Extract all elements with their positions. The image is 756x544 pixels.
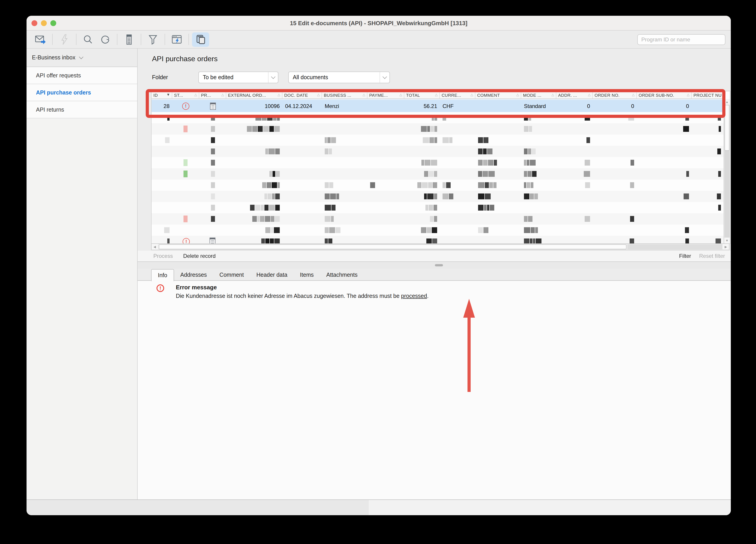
column-header-currency[interactable]: CURRE...△ [440,91,475,98]
redacted-block [183,159,188,166]
table-row-redacted[interactable] [152,224,724,236]
table-row-redacted[interactable] [152,168,724,179]
vertical-scrollbar[interactable]: ▲ ▼ [724,99,730,243]
horizontal-scrollbar[interactable]: ◀ ▶ [151,243,729,250]
column-header-doc_date[interactable]: DOC. DATE△ [282,91,322,98]
filter-button[interactable]: Filter [679,253,691,259]
table-row-redacted[interactable] [152,157,724,168]
table-row-redacted[interactable] [152,123,724,134]
redacted-block [252,126,257,132]
column-header-status[interactable]: ST...△ [172,91,199,98]
folder-select[interactable]: To be edited [198,71,278,83]
redacted-block [275,193,280,199]
horizontal-scroll-thumb[interactable] [159,244,626,249]
processed-link[interactable]: processed [401,293,427,299]
column-label: TOTAL [406,92,420,97]
column-header-addr[interactable]: ADDR. ...△ [556,91,593,98]
delete-record-button[interactable]: Delete record [183,253,216,259]
refresh-icon[interactable] [97,32,114,47]
redacted-block [584,171,590,177]
error-icon [157,285,164,292]
edocuments-window-icon[interactable] [192,32,209,47]
sidebar-item-api-offer-requests[interactable]: API offer requests [27,67,137,84]
scroll-up-arrow[interactable]: ▲ [724,99,730,105]
column-header-total[interactable]: TOTAL△ [404,91,440,98]
sort-icon: △ [362,93,365,97]
redacted-block [528,171,532,177]
column-header-document_icon[interactable]: PR...△ [199,91,226,98]
redacted-block [449,193,453,199]
statusbar-right [369,499,731,515]
redacted-block [528,148,531,154]
vertical-scroll-thumb[interactable] [725,105,729,151]
tab-comment[interactable]: Comment [213,269,250,281]
redacted-block [489,182,493,188]
filter-funnel-icon[interactable] [144,32,161,47]
redacted-block [524,148,528,154]
redacted-block [478,148,483,154]
close-button[interactable] [31,20,37,26]
table-row-redacted[interactable] [152,213,724,224]
column-header-business[interactable]: BUSINESS ...△ [322,91,367,98]
mail-send-icon[interactable] [32,32,49,47]
horizontal-scroll-track[interactable] [627,244,722,249]
scroll-down-arrow[interactable]: ▼ [724,237,730,243]
tab-items[interactable]: Items [294,269,320,281]
column-header-id[interactable]: ID▼ [152,91,172,98]
table-row-redacted[interactable] [152,146,724,157]
table-row-redacted[interactable] [152,191,724,202]
column-header-payment[interactable]: PAYME...△ [367,91,404,98]
sort-desc-icon: ▼ [166,93,170,97]
redacted-block [524,171,527,177]
table-row-redacted[interactable] [152,236,724,243]
table-row-redacted[interactable] [152,179,724,191]
redacted-block [277,182,280,188]
document-filter-select[interactable]: All documents [288,71,390,83]
folder-select-button[interactable] [268,72,278,83]
redacted-block [483,227,488,233]
report-icon[interactable] [121,32,138,47]
zoom-button[interactable] [50,20,56,26]
cell-status [172,100,199,112]
column-header-mode[interactable]: MODE ...△ [521,91,556,98]
redacted-block [432,227,437,233]
sidebar-item-label: API purchase orders [36,89,91,96]
redacted-block [478,193,484,199]
sidebar-item-api-returns[interactable]: API returns [27,101,137,118]
document-filter-button[interactable] [380,72,389,83]
table-row-redacted[interactable] [152,112,724,123]
column-header-comment[interactable]: COMMENT△ [475,91,521,98]
vertical-scroll-track[interactable] [725,151,729,237]
redacted-block [585,160,590,165]
tab-label: Info [158,272,167,279]
splitter-drag-handle[interactable] [435,264,443,266]
sidebar-header-ebusiness-inbox[interactable]: E-Business inbox [27,49,137,67]
column-header-order_sub_no[interactable]: ORDER SUB-NO.△ [637,91,692,98]
tab-info[interactable]: Info [151,269,174,281]
column-header-external_order[interactable]: EXTERNAL ORD...△ [226,91,282,98]
scroll-right-arrow[interactable]: ▶ [723,244,729,250]
tab-header-data[interactable]: Header data [250,269,294,281]
table-row-selected[interactable]: 281009604.12.2024Menzi56.21CHFStandard00… [152,99,724,112]
tab-attachments[interactable]: Attachments [320,269,364,281]
table-row-redacted[interactable] [152,202,724,213]
search-icon[interactable] [80,32,97,47]
sidebar-item-api-purchase-orders[interactable]: API purchase orders [27,84,137,101]
redacted-block [531,182,533,188]
scroll-left-arrow[interactable]: ◀ [152,244,158,250]
tab-addresses[interactable]: Addresses [174,269,213,281]
table-row-redacted[interactable] [152,134,724,146]
redacted-block [685,115,689,121]
program-search-input[interactable] [637,34,725,45]
minimize-button[interactable] [41,20,47,26]
cell-id: 28 [152,100,172,112]
program-flash-icon[interactable] [168,32,185,47]
redacted-block [527,160,529,165]
folder-select-value: To be edited [199,74,268,80]
orders-table: ID▼ST...△PR...△EXTERNAL ORD...△DOC. DATE… [151,91,730,244]
sort-icon: △ [221,93,224,97]
column-header-order_no[interactable]: ORDER NO.△ [593,91,637,98]
redacted-block [329,148,332,154]
table-header: ID▼ST...△PR...△EXTERNAL ORD...△DOC. DATE… [152,91,724,99]
column-header-project[interactable]: PROJECT NU△ [692,91,724,98]
